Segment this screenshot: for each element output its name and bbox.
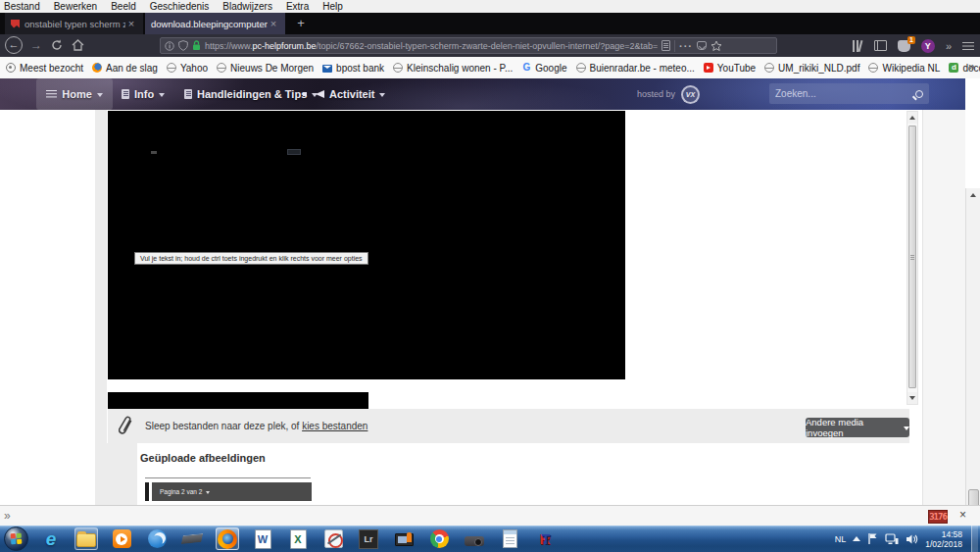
status-overflow-icon[interactable]: »: [4, 509, 11, 523]
bookmarks-overflow-icon[interactable]: »: [968, 60, 975, 74]
taskbar-projector[interactable]: [463, 527, 486, 550]
hamburger-menu-icon[interactable]: [962, 41, 974, 51]
network-icon[interactable]: [885, 533, 899, 545]
menu-item-bewerken[interactable]: Bewerken: [54, 1, 97, 12]
overflow-chevron-icon[interactable]: »: [946, 40, 952, 52]
chevron-down-icon: [159, 93, 165, 97]
tracking-shield-icon[interactable]: [178, 40, 188, 51]
forum-nav-bar: Home Info Handleidingen & Tips Activitei…: [0, 78, 965, 110]
forum-search[interactable]: [769, 83, 929, 104]
nav-item-activiteit[interactable]: Activiteit: [316, 78, 385, 110]
tab-title: onstabiel typen scherm zwarte: [24, 19, 125, 29]
bookmark-youtube[interactable]: YouTube: [704, 63, 756, 74]
taskbar-retrospect[interactable]: RT: [533, 527, 557, 550]
menu-item-bestand[interactable]: Bestand: [4, 1, 40, 12]
windows-start-button[interactable]: [4, 527, 28, 551]
firefox-icon: [218, 529, 237, 549]
url-text: https://www.pc-helpforum.be/topic/67662-…: [205, 41, 658, 51]
close-tab-icon[interactable]: [125, 18, 137, 29]
globe-icon: [217, 63, 226, 73]
tray-expand-icon[interactable]: [853, 536, 860, 541]
editor-image-black[interactable]: Vul je tekst in; houd de ctrl toets inge…: [108, 111, 625, 379]
tab-bar: onstabiel typen scherm zwarte download.b…: [0, 13, 980, 34]
menu-item-bladwijzers[interactable]: Bladwijzers: [222, 1, 272, 12]
pocket-icon[interactable]: [697, 41, 707, 50]
bookmark-doccle[interactable]: ddoccle | Nog makkelij...: [949, 63, 980, 74]
bookmark-aan-de-slag[interactable]: Aan de slag: [92, 63, 158, 74]
tab-title: download.bleepingcomputer.com/: [151, 19, 268, 29]
scroll-down-button[interactable]: [907, 392, 917, 404]
menu-item-help[interactable]: Help: [322, 1, 343, 12]
toolbar-right-icons: 1 Y »: [852, 34, 980, 57]
volume-icon[interactable]: [906, 533, 918, 545]
bookmark-star-icon[interactable]: [710, 40, 722, 52]
taskbar-thunderbird[interactable]: [145, 527, 169, 550]
taskbar-windows-explorer[interactable]: [74, 527, 98, 550]
taskbar-media-player[interactable]: [110, 527, 133, 550]
pc-helpforum-favicon-icon: [11, 20, 20, 28]
nav-item-info[interactable]: Info: [122, 78, 165, 110]
bookmark-yahoo[interactable]: Yahoo: [167, 63, 208, 74]
scroll-up-button[interactable]: [907, 112, 917, 124]
editor-scrollbar[interactable]: [906, 111, 918, 405]
taskbar-internet-explorer[interactable]: e: [39, 527, 63, 550]
taskbar-scanner[interactable]: [180, 527, 204, 550]
taskbar-snipping-tool[interactable]: [321, 527, 345, 550]
taskbar-lightroom[interactable]: Lr: [357, 527, 380, 550]
other-media-button[interactable]: Andere media invoegen: [806, 418, 909, 437]
search-icon[interactable]: [915, 90, 923, 98]
refresh-icon[interactable]: [51, 39, 63, 51]
search-input[interactable]: [775, 88, 915, 99]
back-button[interactable]: ←: [5, 36, 23, 54]
close-tab-icon[interactable]: [268, 18, 279, 29]
url-bar[interactable]: https://www.pc-helpforum.be/topic/67662-…: [160, 37, 777, 54]
bookmark-nieuws-de-morgen[interactable]: Nieuws De Morgen: [217, 63, 314, 74]
library-icon[interactable]: [852, 40, 863, 52]
taskbar-chrome[interactable]: [427, 527, 451, 550]
nav-item-home[interactable]: Home: [36, 78, 113, 110]
uploaded-images-heading: Geüploade afbeeldingen: [140, 452, 266, 464]
bookmark-bpost-bank[interactable]: bpost bank: [322, 63, 384, 74]
gear-icon: [6, 63, 16, 73]
extension-y-icon[interactable]: Y: [921, 39, 935, 53]
bookmark-google[interactable]: GGoogle: [521, 63, 566, 74]
bookmark-meest-bezocht[interactable]: Meest bezocht: [6, 63, 83, 74]
bookmark-wikipedia-nl[interactable]: Wikipedia NL: [868, 63, 940, 74]
editor-scrollbar-thumb[interactable]: [908, 125, 916, 388]
menu-item-beeld[interactable]: Beeld: [111, 1, 136, 12]
scroll-up-button[interactable]: [968, 189, 978, 201]
taskbar-firefox[interactable]: [216, 527, 239, 550]
choose-files-link[interactable]: kies bestanden: [302, 421, 368, 431]
home-icon[interactable]: [72, 39, 84, 51]
site-info-icon[interactable]: [165, 41, 174, 51]
action-center-flag-icon[interactable]: [867, 532, 878, 545]
menu-item-extra[interactable]: Extra: [286, 1, 309, 12]
sidebar-icon[interactable]: [874, 40, 887, 51]
attachment-dropzone[interactable]: Sleep bestanden naar deze plek, of kies …: [108, 409, 909, 443]
bookmark-buienradar[interactable]: Buienradar.be - meteo...: [576, 63, 695, 74]
page-selector-dropdown[interactable]: Pagina 2 van 2: [152, 482, 312, 501]
tab-bleepingcomputer[interactable]: download.bleepingcomputer.com/: [145, 13, 285, 34]
nav-item-handleidingen[interactable]: Handleidingen & Tips: [184, 78, 318, 110]
menu-item-geschiedenis[interactable]: Geschiedenis: [150, 1, 210, 12]
taskbar-word[interactable]: W: [251, 527, 274, 550]
taskbar-excel[interactable]: X: [286, 527, 310, 550]
divider: [674, 40, 675, 52]
close-icon[interactable]: [959, 508, 966, 522]
tab-pc-helpforum[interactable]: onstabiel typen scherm zwarte: [5, 13, 143, 34]
bookmark-kleinschalig-wonen[interactable]: Kleinschalig wonen - P...: [393, 63, 513, 74]
show-desktop-button[interactable]: [971, 526, 978, 552]
extension-hand-icon[interactable]: 1: [898, 40, 910, 52]
bookmark-um-rikiki-pdf[interactable]: UM_rikiki_NLD.pdf: [764, 63, 859, 74]
page-icon: [122, 89, 129, 99]
taskbar-remote-desktop[interactable]: [392, 527, 416, 550]
language-indicator[interactable]: NL: [835, 534, 847, 544]
reader-mode-icon[interactable]: [662, 40, 670, 51]
new-tab-button[interactable]: +: [293, 16, 309, 31]
forward-button[interactable]: →: [30, 38, 42, 52]
tray-clock[interactable]: 14:58 1/02/2018: [925, 529, 964, 549]
vx-logo[interactable]: VX: [681, 85, 700, 104]
taskbar-notepad[interactable]: [498, 527, 521, 550]
page-actions-icon[interactable]: [679, 40, 693, 52]
browser-scrollbar[interactable]: [965, 188, 980, 552]
